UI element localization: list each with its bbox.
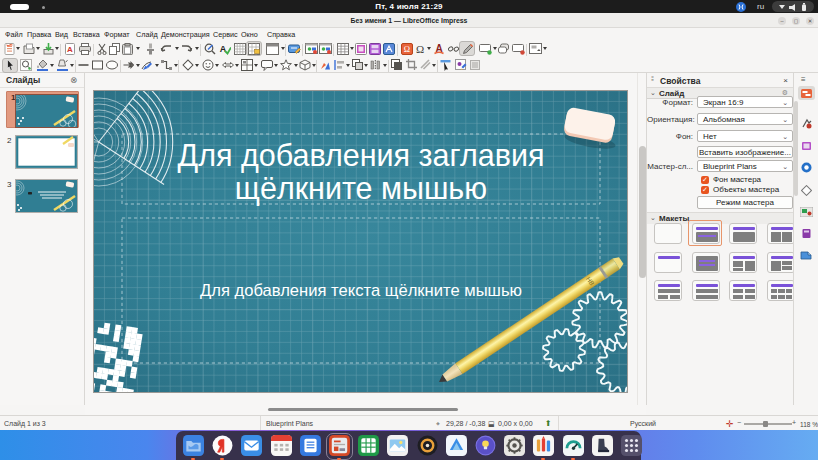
svg-text:Для добавления заглавия: Для добавления заглавия <box>178 138 545 173</box>
svg-text:Ω: Ω <box>404 44 410 54</box>
svg-text:щёлкните мышью: щёлкните мышью <box>235 171 487 206</box>
svg-text:Ω: Ω <box>416 43 424 55</box>
svg-text:Для добавления текста щёлкните: Для добавления текста щёлкните мышью <box>200 281 522 300</box>
svg-text:A: A <box>67 45 73 54</box>
